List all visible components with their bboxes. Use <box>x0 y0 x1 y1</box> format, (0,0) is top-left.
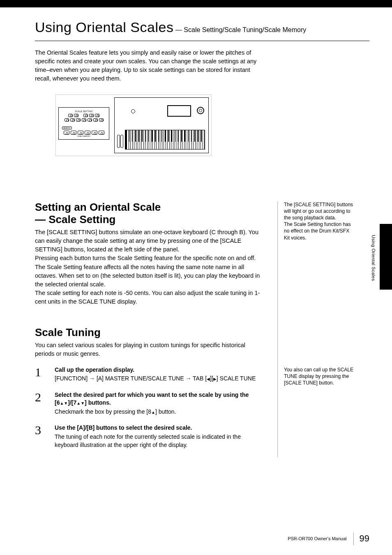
scale-setting-label: SCALE SETTING <box>60 110 107 113</box>
step-2-title: Select the desired part for which you wa… <box>55 391 265 407</box>
step-1-number: 1 <box>35 366 47 383</box>
triangle-left-icon <box>207 375 210 382</box>
chapter-title-main: Using Oriental Scales <box>35 19 173 35</box>
intro-paragraph: The Oriental Scales feature lets you sim… <box>35 48 265 83</box>
section2-intro: You can select various scales for playin… <box>35 341 265 358</box>
section-tab-text: Using Oriental Scales <box>370 235 376 281</box>
memory-label: MEMORY <box>62 127 72 130</box>
triangle-up-icon <box>60 399 64 406</box>
keyboard-illustration: SCALE SETTING MEMORY SCALE MEMORY <box>55 94 212 156</box>
step-2-number: 2 <box>35 391 47 416</box>
side-note-2: You also can call up the SCALE TUNE disp… <box>284 366 355 387</box>
page-number: 99 <box>353 532 369 545</box>
section-tab <box>380 224 392 290</box>
step-1: 1 Call up the operation display. [FUNCTI… <box>35 366 265 383</box>
chapter-title: Using Oriental Scales — Scale Setting/Sc… <box>35 18 369 41</box>
top-black-bar <box>0 0 392 7</box>
scale-setting-panel: SCALE SETTING MEMORY SCALE MEMORY <box>58 107 109 140</box>
triangle-down-icon <box>81 399 85 406</box>
section1-p3: The scale setting for each note is -50 c… <box>35 289 265 306</box>
keyboard-body <box>114 97 209 153</box>
side-note-1: The [SCALE SETTING] buttons will light o… <box>284 201 355 241</box>
triangle-up-icon <box>151 408 155 415</box>
side-column: The [SCALE SETTING] buttons will light o… <box>277 201 355 458</box>
step-3-title: Use the [A]/[B] buttons to select the de… <box>55 424 265 432</box>
section1-body: The [SCALE SETTING] buttons simulate an … <box>35 228 265 306</box>
triangle-up-icon <box>76 399 81 406</box>
triangle-down-icon <box>64 399 68 406</box>
step-2: 2 Select the desired part for which you … <box>35 391 265 416</box>
footer-manual-name: PSR-OR700 Owner's Manual <box>288 536 346 542</box>
footer: PSR-OR700 Owner's Manual 99 <box>288 532 369 545</box>
step-2-text: Checkmark the box by pressing the [8] bu… <box>55 408 265 416</box>
step-3: 3 Use the [A]/[B] buttons to select the … <box>35 424 265 449</box>
section1-heading-line1: Setting an Oriental Scale <box>35 201 161 213</box>
section1-p2: Pressing each button turns the Scale Set… <box>35 254 265 288</box>
chapter-title-sub: Scale Setting/Scale Tuning/Scale Memory <box>184 26 306 33</box>
step-3-number: 3 <box>35 424 47 449</box>
triangle-right-icon <box>213 375 217 382</box>
chapter-title-sep: — <box>173 26 184 33</box>
step-3-text: The tuning of each note for the currentl… <box>55 433 265 449</box>
step-1-text: [FUNCTION] → [A] MASTER TUNE/SCALE TUNE … <box>55 375 265 383</box>
step-1-title: Call up the operation display. <box>55 366 265 374</box>
section1-heading-line2: — Scale Setting <box>35 213 116 226</box>
section1-p1: The [SCALE SETTING] buttons simulate an … <box>35 228 265 254</box>
section2-heading: Scale Tuning <box>35 327 265 339</box>
scale-memory-label: SCALE MEMORY <box>60 135 107 138</box>
section1-heading: Setting an Oriental Scale — Scale Settin… <box>35 201 265 226</box>
